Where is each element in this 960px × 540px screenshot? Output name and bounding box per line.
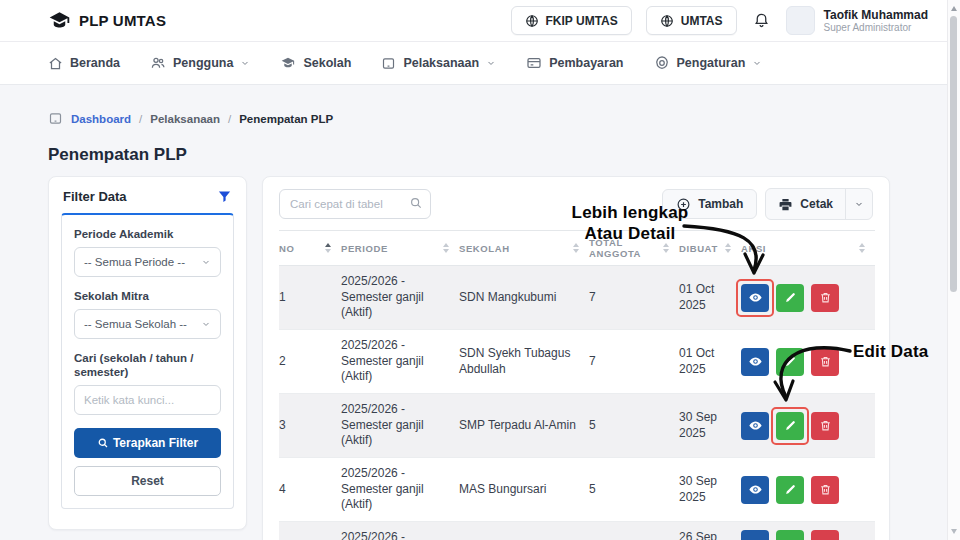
add-button[interactable]: Tambah <box>662 189 757 219</box>
edit-button[interactable] <box>776 476 804 504</box>
sort-icon <box>663 243 669 253</box>
chevron-down-icon <box>752 58 762 68</box>
nav-item-pengguna[interactable]: Pengguna <box>150 55 250 71</box>
table-row: 3 2025/2026 - Semester ganjil (Aktif) SM… <box>279 394 875 458</box>
main-nav: Beranda Pengguna Sekolah Pelaksanaan Pem… <box>0 42 948 85</box>
user-name: Taofik Muhammad <box>824 8 928 22</box>
trash-icon <box>819 483 832 496</box>
placement-table-body: 1 2025/2026 - Semester ganjil (Aktif) SD… <box>279 266 875 540</box>
sort-icon <box>325 243 331 253</box>
column-header-aksi[interactable]: AKSI <box>741 231 875 266</box>
nav-item-beranda[interactable]: Beranda <box>48 56 120 71</box>
edit-button[interactable] <box>776 530 804 540</box>
view-button[interactable] <box>741 284 769 312</box>
fkip-umtas-button[interactable]: FKIP UMTAS <box>511 6 632 35</box>
app-logo[interactable]: PLP UMTAS <box>48 9 166 32</box>
cell-dibuat: 01 Oct 2025 <box>679 330 741 394</box>
filter-funnel-icon[interactable] <box>217 189 232 204</box>
row-actions <box>741 530 867 540</box>
cell-total-anggota: 7 <box>589 330 679 394</box>
trash-icon <box>819 291 832 304</box>
column-header-sekolah[interactable]: SEKOLAH <box>459 231 589 266</box>
column-header-no[interactable]: NO <box>279 231 341 266</box>
cell-no <box>279 522 341 540</box>
breadcrumb-pelaksanaan: Pelaksanaan <box>150 113 220 125</box>
tablet-icon <box>381 56 396 71</box>
umtas-button[interactable]: UMTAS <box>646 6 737 35</box>
sort-icon <box>725 243 731 253</box>
edit-button[interactable] <box>776 284 804 312</box>
sort-icon <box>573 243 579 253</box>
delete-button[interactable] <box>811 284 839 312</box>
printer-icon <box>778 197 793 212</box>
edit-button[interactable] <box>776 412 804 440</box>
table-row: 4 2025/2026 - Semester ganjil (Aktif) MA… <box>279 458 875 522</box>
placement-table: NO PERIODE SEKOLAH TOTAL ANGGOTA DIBUAT … <box>279 230 875 540</box>
reset-filter-button[interactable]: Reset <box>74 466 221 496</box>
user-menu[interactable]: Taofik Muhammad Super Administrator <box>786 6 928 35</box>
notification-bell-icon[interactable] <box>753 12 770 29</box>
view-button[interactable] <box>741 476 769 504</box>
globe-icon <box>660 14 674 28</box>
page-title: Penempatan PLP <box>48 145 187 165</box>
cell-sekolah: SDN Syekh Tubagus Abdullah <box>459 330 589 394</box>
scroll-down-arrow[interactable] <box>951 529 957 534</box>
cell-periode: 2025/2026 - Semester ganjil (Aktif) <box>341 330 459 394</box>
pencil-icon <box>784 291 797 304</box>
row-actions <box>741 348 867 376</box>
breadcrumb-current: Penempatan PLP <box>239 113 333 125</box>
delete-button[interactable] <box>811 530 839 540</box>
column-header-dibuat[interactable]: DIBUAT <box>679 231 741 266</box>
cell-no: 4 <box>279 458 341 522</box>
delete-button[interactable] <box>811 348 839 376</box>
apply-filter-button[interactable]: Terapkan Filter <box>74 428 221 458</box>
table-row: 2025/2026 - 26 Sep <box>279 522 875 540</box>
sort-icon <box>859 243 865 253</box>
pencil-icon <box>784 483 797 496</box>
column-header-periode[interactable]: PERIODE <box>341 231 459 266</box>
view-button[interactable] <box>741 348 769 376</box>
cell-dibuat: 26 Sep <box>679 522 741 540</box>
nav-item-pengaturan[interactable]: Pengaturan <box>654 55 763 71</box>
edit-button[interactable] <box>776 348 804 376</box>
sekolah-mitra-label: Sekolah Mitra <box>74 289 221 303</box>
cell-total-anggota: 7 <box>589 266 679 330</box>
breadcrumb-dashboard[interactable]: Dashboard <box>71 113 131 125</box>
user-role: Super Administrator <box>824 22 928 34</box>
view-button[interactable] <box>741 530 769 540</box>
delete-button[interactable] <box>811 476 839 504</box>
table-row: 2 2025/2026 - Semester ganjil (Aktif) SD… <box>279 330 875 394</box>
delete-button[interactable] <box>811 412 839 440</box>
cell-periode: 2025/2026 - <box>341 522 459 540</box>
globe-icon <box>525 14 539 28</box>
search-icon <box>97 437 109 449</box>
chevron-down-icon <box>201 319 211 329</box>
cell-dibuat: 01 Oct 2025 <box>679 266 741 330</box>
credit-card-icon <box>526 55 542 71</box>
cell-total-anggota: 5 <box>589 394 679 458</box>
keyword-search-input[interactable] <box>74 385 221 415</box>
print-options-caret[interactable] <box>845 189 872 219</box>
view-button[interactable] <box>741 412 769 440</box>
graduation-cap-icon <box>280 55 296 71</box>
cell-total-anggota <box>589 522 679 540</box>
nav-item-pembayaran[interactable]: Pembayaran <box>526 55 623 71</box>
periode-akademik-select[interactable]: -- Semua Periode -- <box>74 247 221 277</box>
cell-periode: 2025/2026 - Semester ganjil (Aktif) <box>341 266 459 330</box>
row-actions <box>741 412 867 440</box>
chevron-down-icon <box>201 257 211 267</box>
nav-item-pelaksanaan[interactable]: Pelaksanaan <box>381 56 496 71</box>
print-button[interactable]: Cetak <box>766 189 845 219</box>
pencil-icon <box>784 355 797 368</box>
eye-icon <box>748 354 763 369</box>
column-header-total-anggota[interactable]: TOTAL ANGGOTA <box>589 231 679 266</box>
sekolah-mitra-select[interactable]: -- Semua Sekolah -- <box>74 309 221 339</box>
nav-item-sekolah[interactable]: Sekolah <box>280 55 351 71</box>
scrollbar-thumb[interactable] <box>950 16 957 292</box>
page-scrollbar[interactable] <box>947 0 960 540</box>
filter-panel: Filter Data Periode Akademik -- Semua Pe… <box>48 176 247 530</box>
chevron-down-icon <box>240 58 250 68</box>
scroll-up-arrow[interactable] <box>951 6 957 11</box>
row-actions <box>741 476 867 504</box>
pencil-icon <box>784 419 797 432</box>
